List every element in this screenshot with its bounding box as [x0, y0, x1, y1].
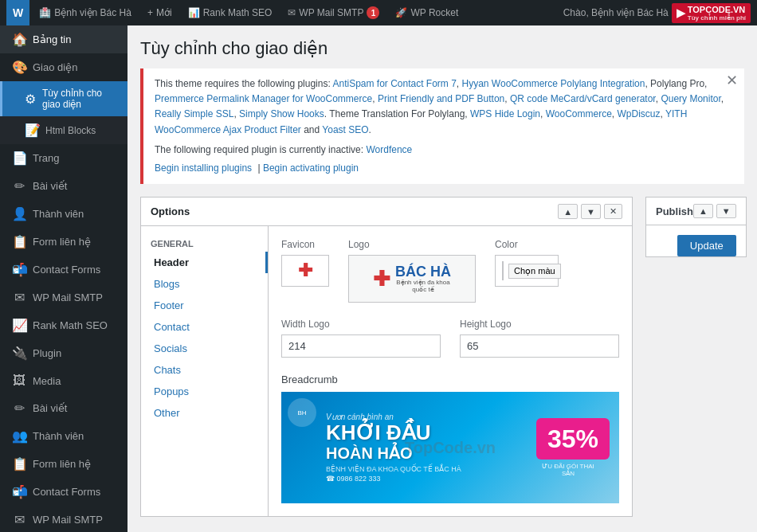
- plugin-link-premmerce[interactable]: Premmerce Permalink Manager for WooComme…: [155, 93, 372, 104]
- banner-badge-percent: 35%: [536, 418, 610, 460]
- logo-sub-text: Bệnh viện đa khoaquốc tế: [395, 279, 451, 294]
- form-label: Form liên hệ: [33, 236, 91, 248]
- wp-logo[interactable]: W: [6, 0, 29, 25]
- breadcrumb-label: Breadcrumb: [281, 374, 619, 385]
- notice-text: This theme requires the following plugin…: [155, 78, 332, 89]
- sidebar-item-customize[interactable]: ⚙ Tùy chỉnh cho giao diện: [0, 81, 127, 116]
- adminbar-right: Chào, Bệnh viện Bác Hà ▶ TOPCODE.VN Tùy …: [563, 3, 751, 23]
- choose-color-btn[interactable]: Chọn màu: [508, 264, 561, 279]
- begin-activating-link[interactable]: Begin activating plugin: [263, 162, 359, 174]
- plugin-link-woocommerce[interactable]: WooCommerce: [546, 108, 612, 119]
- options-panel-title: Options: [151, 205, 190, 217]
- dashboard-icon: 🏠: [12, 32, 26, 47]
- adminbar-site[interactable]: 🏥 Bệnh viện Bác Hà: [33, 0, 138, 25]
- mail2-label: WP Mail SMTP: [33, 514, 103, 526]
- sidebar-item-form2[interactable]: 📋 Form liên hệ: [0, 450, 127, 478]
- site-name: Bệnh viện Bác Hà: [54, 7, 131, 18]
- inactive-plugin-link[interactable]: Wordfence: [366, 144, 412, 155]
- color-swatch[interactable]: [502, 261, 504, 280]
- nav-popups[interactable]: Popups: [141, 381, 268, 402]
- customize-icon: ⚙: [25, 92, 36, 107]
- options-layout: General Header Blogs Footer Contact Soci…: [141, 226, 632, 516]
- site-icon: 🏥: [39, 7, 51, 18]
- adminbar-new[interactable]: + Mới: [141, 0, 178, 25]
- appearance-icon: 🎨: [12, 60, 26, 75]
- sidebar-item-form-lien-he[interactable]: 📋 Form liên hệ: [0, 228, 127, 256]
- logo-display: ✚ BÁC HÀ Bệnh viện đa khoaquốc tế: [348, 255, 476, 303]
- adminbar-left: W 🏥 Bệnh viện Bác Hà + Mới 📊 Rank Math S…: [6, 0, 465, 25]
- plugin-link-query[interactable]: Query Monitor: [661, 93, 720, 104]
- nav-blogs[interactable]: Blogs: [141, 273, 268, 295]
- sidebar-item-appearance[interactable]: 🎨 Giao diện: [0, 53, 127, 81]
- publish-up-btn[interactable]: ▲: [693, 204, 713, 218]
- options-collapse-up-btn[interactable]: ▲: [558, 204, 578, 219]
- sidebar-item-posts[interactable]: ✏ Bài viết: [0, 172, 127, 200]
- nav-header[interactable]: Header: [141, 252, 268, 273]
- dashboard-label: Bảng tin: [33, 33, 71, 45]
- plugin-link-qr[interactable]: QR code MeCard/vCard generator: [510, 93, 656, 104]
- sidebar-item-contact2[interactable]: 📬 Contact Forms: [0, 478, 127, 506]
- sidebar-item-thanh-vien[interactable]: 👥 Thành viên: [0, 422, 127, 450]
- options-row-top: Favicon ✚ Logo ✚ BÁC HÀ: [281, 239, 619, 303]
- publish-down-btn[interactable]: ▼: [716, 204, 736, 218]
- nav-contact[interactable]: Contact: [141, 316, 268, 338]
- nav-chats[interactable]: Chats: [141, 359, 268, 381]
- publish-panel-header: Publish ▲ ▼: [646, 198, 746, 225]
- nav-other[interactable]: Other: [141, 402, 268, 424]
- color-display: Chọn màu: [495, 255, 559, 287]
- wp-mail-badge: 1: [367, 6, 379, 19]
- plugin-link-wpdiscuz[interactable]: WpDiscuz: [618, 108, 661, 119]
- plugin-link-antispam[interactable]: AntiSpam for Contact Form 7: [332, 78, 456, 89]
- plugin-link-yoast[interactable]: Yoast SEO: [322, 124, 368, 135]
- mail2-icon: ✉: [12, 512, 26, 527]
- options-close-btn[interactable]: ✕: [604, 204, 622, 219]
- adminbar-wp-rocket[interactable]: 🚀 WP Rocket: [389, 0, 465, 25]
- sidebar-item-media[interactable]: 🖼 Media: [0, 367, 127, 394]
- and-text: and: [304, 124, 322, 135]
- sidebar-item-pages[interactable]: 📄 Trang: [0, 144, 127, 172]
- pages-icon: 📄: [12, 151, 26, 166]
- banner-logo-icon: BH: [297, 409, 306, 417]
- main-content: Tùy chỉnh cho giao diện ✕ This theme req…: [127, 25, 757, 532]
- sidebar-item-wp-mail[interactable]: ✉ WP Mail SMTP: [0, 284, 127, 311]
- logo-cross-icon: ✚: [373, 267, 390, 291]
- plugin-label: Plugin: [33, 347, 61, 359]
- plugin-link-wps[interactable]: WPS Hide Login: [470, 108, 540, 119]
- adminbar-wp-mail[interactable]: ✉ WP Mail SMTP 1: [281, 0, 386, 25]
- new-label: Mới: [156, 7, 172, 18]
- options-panel: Options ▲ ▼ ✕ General Header Blogs Foote…: [140, 197, 633, 517]
- sidebar-item-users[interactable]: 👤 Thành viên: [0, 200, 127, 228]
- bai-viet-icon: ✏: [12, 401, 26, 416]
- begin-installing-link[interactable]: Begin installing plugins: [155, 162, 252, 174]
- sidebar-item-dashboard[interactable]: 🏠 Bảng tin: [0, 25, 127, 53]
- logo-field: Logo ✚ BÁC HÀ Bệnh viện đa khoaquốc tế: [348, 239, 476, 303]
- plugin-link-print[interactable]: Print Friendly and PDF Button: [378, 93, 504, 104]
- nav-footer[interactable]: Footer: [141, 295, 268, 316]
- plugin-link-ssl[interactable]: Really Simple SSL: [155, 108, 233, 119]
- notice-close-btn[interactable]: ✕: [726, 73, 738, 88]
- html-blocks-label: Html Blocks: [45, 125, 96, 136]
- contact-icon: 📬: [12, 262, 26, 277]
- topcode-logo[interactable]: ▶ TOPCODE.VN Tùy chỉnh miễn phí: [672, 3, 751, 23]
- sidebar-item-wp-mail2[interactable]: ✉ WP Mail SMTP: [0, 506, 127, 532]
- options-collapse-down-btn[interactable]: ▼: [581, 204, 601, 219]
- adminbar-rank-math[interactable]: 📊 Rank Math SEO: [182, 0, 279, 25]
- sidebar-item-html-blocks[interactable]: 📝 Html Blocks: [0, 116, 127, 144]
- height-logo-input[interactable]: [460, 334, 619, 358]
- plugin-link-hyyan[interactable]: Hyyan WooCommerce Polylang Integration: [462, 78, 645, 89]
- options-nav-group: General: [141, 233, 268, 252]
- sidebar-item-bai-viet2[interactable]: ✏ Bài viết: [0, 394, 127, 422]
- color-field: Color Chọn màu: [495, 239, 559, 287]
- sidebar-item-rank-math[interactable]: 📈 Rank Math SEO: [0, 311, 127, 339]
- form2-icon: 📋: [12, 456, 26, 471]
- sidebar-item-plugin[interactable]: 🔌 Plugin: [0, 339, 127, 367]
- favicon-field: Favicon ✚: [281, 239, 329, 287]
- color-label: Color: [495, 239, 559, 250]
- update-button[interactable]: Update: [677, 235, 736, 256]
- plugin-link-show-hooks[interactable]: Simply Show Hooks: [239, 108, 324, 119]
- nav-socials[interactable]: Socials: [141, 338, 268, 359]
- sidebar-item-contact-forms[interactable]: 📬 Contact Forms: [0, 256, 127, 284]
- logo-main-text: BÁC HÀ: [395, 264, 451, 279]
- logo-img: ✚ BÁC HÀ Bệnh viện đa khoaquốc tế: [373, 264, 451, 294]
- width-logo-input[interactable]: [281, 334, 441, 358]
